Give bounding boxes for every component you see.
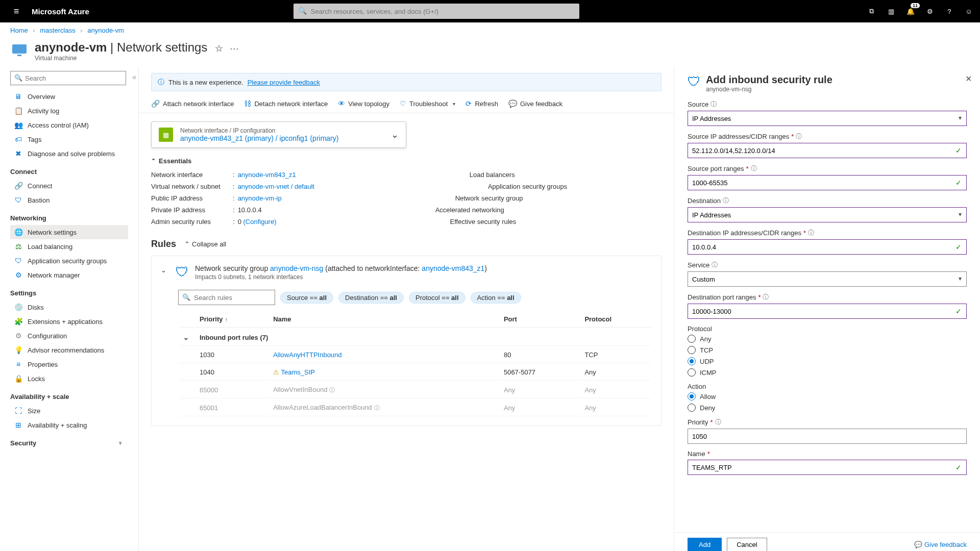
- cancel-button[interactable]: Cancel: [727, 538, 767, 551]
- notifications-icon[interactable]: 🔔11: [905, 6, 916, 16]
- settings-icon[interactable]: ⚙: [925, 6, 935, 16]
- essentials-toggle[interactable]: ⌃ Essentials: [151, 157, 662, 165]
- sidebar-group-availability[interactable]: Availability + scale: [10, 386, 126, 404]
- troubleshoot-button[interactable]: ♡Troubleshoot▾: [400, 99, 455, 108]
- sidebar-group-connect[interactable]: Connect: [10, 161, 126, 179]
- protocol-tcp[interactable]: TCP: [688, 346, 967, 354]
- chevron-down-icon[interactable]: ⌄: [391, 129, 399, 140]
- rule-name-link[interactable]: AllowVnetInBound: [273, 386, 327, 393]
- info-icon[interactable]: ⓘ: [751, 164, 757, 173]
- rule-name-link[interactable]: Teams_SIP: [281, 368, 315, 376]
- filter-source[interactable]: Source == all: [280, 292, 333, 304]
- rules-group-row[interactable]: ⌄Inbound port rules (7): [179, 329, 651, 346]
- ess-nic-link[interactable]: anynode-vm843_z1: [238, 171, 296, 179]
- rule-name-link[interactable]: AllowAnyHTTPInbound: [273, 351, 341, 359]
- search-rules-input[interactable]: [178, 290, 275, 305]
- info-icon[interactable]: ⓘ: [329, 387, 335, 393]
- sidebar-item-size[interactable]: ⛶Size: [10, 404, 128, 418]
- action-deny[interactable]: Deny: [688, 404, 967, 412]
- close-panel-button[interactable]: ✕: [965, 74, 972, 84]
- collapse-all-button[interactable]: ⌃Collapse all: [184, 240, 226, 248]
- refresh-button[interactable]: ⟳Refresh: [465, 99, 498, 108]
- sidebar-item-extensions[interactable]: 🧩Extensions + applications: [10, 314, 128, 329]
- table-row[interactable]: 65001AllowAzureLoadBalancerInBoundⓘAnyAn…: [179, 399, 651, 416]
- give-feedback-button[interactable]: 💬Give feedback: [508, 99, 562, 108]
- filter-destination[interactable]: Destination == all: [338, 292, 404, 304]
- info-icon[interactable]: ⓘ: [796, 132, 802, 141]
- sidebar-item-diagnose[interactable]: ✖Diagnose and solve problems: [10, 146, 128, 161]
- rule-name-link[interactable]: AllowAzureLoadBalancerInBound: [273, 404, 372, 411]
- sidebar-item-activity[interactable]: 📋Activity log: [10, 104, 128, 118]
- sidebar-item-bastion[interactable]: 🛡Bastion: [10, 193, 128, 207]
- sidebar-item-properties[interactable]: ≡Properties: [10, 357, 128, 371]
- info-icon[interactable]: ⓘ: [715, 418, 721, 427]
- sidebar-item-locks[interactable]: 🔒Locks: [10, 371, 128, 386]
- source-ip-input[interactable]: [688, 143, 967, 158]
- cloud-shell-icon[interactable]: ⧉: [867, 6, 877, 16]
- protocol-udp[interactable]: UDP: [688, 357, 967, 365]
- destination-select[interactable]: [688, 207, 967, 222]
- more-icon[interactable]: ⋯: [230, 43, 239, 54]
- filter-action[interactable]: Action == all: [471, 292, 521, 304]
- dest-ip-input[interactable]: [688, 239, 967, 255]
- table-row[interactable]: 1040⚠ Teams_SIP5067-5077Any: [179, 364, 651, 381]
- info-icon[interactable]: ⓘ: [710, 100, 717, 109]
- dest-port-input[interactable]: [688, 304, 967, 319]
- info-icon[interactable]: ⓘ: [712, 261, 718, 269]
- sidebar-item-connect[interactable]: 🔗Connect: [10, 179, 128, 193]
- sidebar-item-iam[interactable]: 👥Access control (IAM): [10, 118, 128, 132]
- sidebar-item-configuration[interactable]: ⚙Configuration: [10, 329, 128, 343]
- sidebar-item-availability-scaling[interactable]: ⊞Availability + scaling: [10, 418, 128, 432]
- brand-label[interactable]: Microsoft Azure: [32, 7, 89, 16]
- priority-input[interactable]: [688, 429, 967, 444]
- sidebar-item-network-manager[interactable]: ⚙Network manager: [10, 268, 128, 282]
- name-input[interactable]: [688, 460, 967, 475]
- th-port[interactable]: Port: [500, 311, 579, 328]
- ess-pip-link[interactable]: anynode-vm-ip: [238, 194, 282, 202]
- sidebar-search-input[interactable]: [10, 71, 126, 85]
- sidebar-group-security[interactable]: Security▾: [10, 432, 126, 450]
- info-icon[interactable]: ⓘ: [374, 405, 380, 411]
- filter-protocol[interactable]: Protocol == all: [409, 292, 465, 304]
- th-protocol[interactable]: Protocol: [580, 311, 651, 328]
- help-icon[interactable]: ?: [944, 6, 954, 16]
- sidebar-item-disks[interactable]: 💿Disks: [10, 300, 128, 314]
- feedback-icon[interactable]: ☺: [964, 6, 974, 16]
- th-name[interactable]: Name: [269, 311, 499, 328]
- breadcrumb-home[interactable]: Home: [10, 27, 28, 34]
- add-button[interactable]: Add: [688, 538, 722, 551]
- sidebar-item-load-balancing[interactable]: ⚖Load balancing: [10, 239, 128, 254]
- sidebar-item-advisor[interactable]: 💡Advisor recommendations: [10, 343, 128, 357]
- service-select[interactable]: [688, 271, 967, 287]
- sidebar-group-networking[interactable]: Networking: [10, 207, 126, 225]
- source-select[interactable]: [688, 111, 967, 126]
- detach-nic-button[interactable]: ⛓Detach network interface: [244, 99, 328, 108]
- table-row[interactable]: 1030AllowAnyHTTPInbound80TCP: [179, 347, 651, 363]
- nic-card[interactable]: ▦ Network interface / IP configuration a…: [151, 121, 406, 148]
- sidebar-item-tags[interactable]: 🏷Tags: [10, 132, 128, 146]
- info-icon[interactable]: ⓘ: [763, 293, 769, 302]
- ess-vnet-link[interactable]: anynode-vm-vnet / default: [238, 183, 314, 190]
- nsg-link[interactable]: anynode-vm-nsg: [270, 264, 323, 272]
- source-port-input[interactable]: [688, 175, 967, 190]
- chevron-down-icon[interactable]: ⌄: [161, 266, 166, 274]
- give-feedback-link[interactable]: 💬Give feedback: [914, 541, 967, 548]
- hamburger-icon[interactable]: ≡: [6, 6, 27, 17]
- protocol-icmp[interactable]: ICMP: [688, 368, 967, 377]
- nsg-nic-link[interactable]: anynode-vm843_z1: [422, 264, 484, 272]
- sidebar-item-asg[interactable]: 🛡Application security groups: [10, 254, 128, 268]
- action-allow[interactable]: Allow: [688, 392, 967, 400]
- breadcrumb-group[interactable]: masterclass: [40, 27, 75, 34]
- ess-configure-link[interactable]: (Configure): [243, 218, 276, 226]
- info-icon[interactable]: ⓘ: [723, 196, 729, 205]
- sidebar-item-overview[interactable]: 🖥Overview: [10, 89, 128, 104]
- table-row[interactable]: 65000AllowVnetInBoundⓘAnyAny: [179, 382, 651, 398]
- protocol-any[interactable]: Any: [688, 335, 967, 343]
- collapse-sidebar-icon[interactable]: «: [132, 73, 136, 81]
- sidebar-item-network-settings[interactable]: 🌐Network settings: [10, 225, 128, 239]
- banner-feedback-link[interactable]: Please provide feedback: [248, 79, 320, 86]
- nic-link[interactable]: anynode-vm843_z1 (primary) / ipconfig1 (…: [180, 134, 338, 142]
- view-topology-button[interactable]: 👁View topology: [338, 99, 389, 108]
- th-priority[interactable]: Priority↑: [195, 311, 268, 328]
- directories-icon[interactable]: ▥: [886, 6, 896, 16]
